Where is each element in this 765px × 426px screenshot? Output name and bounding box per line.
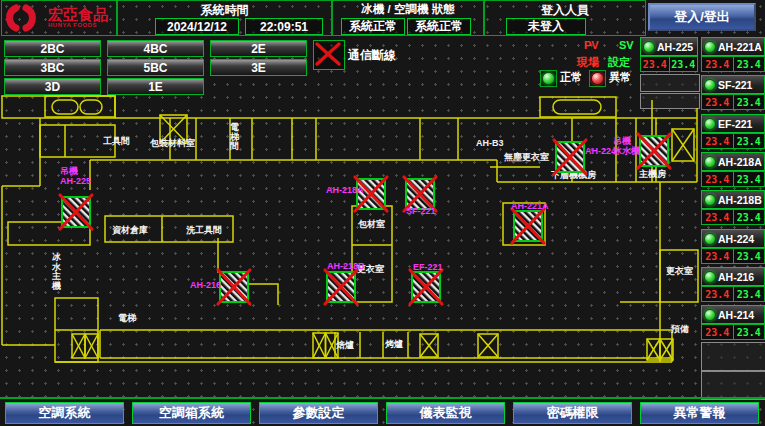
unit-name: AH-216 xyxy=(718,271,754,283)
unit-button-EF-221[interactable]: EF-221 xyxy=(701,114,765,133)
unit-button-SF-221[interactable]: SF-221 xyxy=(701,75,765,94)
sv-name-label: 設定 xyxy=(608,55,630,70)
room-label: 電梯 xyxy=(118,313,137,323)
map-unit-SF-221[interactable]: SF-221 xyxy=(404,177,436,216)
machine-status-label: 冰機 / 空調機 狀態 xyxy=(333,2,483,17)
footer-button-4[interactable]: 儀表監視 xyxy=(386,402,505,424)
sv-value: 23.4 xyxy=(734,287,765,301)
comm-fail-label: 通信斷線 xyxy=(348,47,396,64)
footer-divider xyxy=(0,397,765,399)
elevator-icon xyxy=(672,129,694,161)
unit-name: SF-221 xyxy=(718,79,752,91)
system-time-label: 系統時間 xyxy=(118,2,331,19)
floor-button-3E[interactable]: 3E xyxy=(210,59,307,76)
room-label: 冰水主機 xyxy=(51,252,62,291)
floor-button-2E[interactable]: 2E xyxy=(210,40,307,57)
map-unit-AH-221A[interactable]: AH-221A xyxy=(511,201,549,243)
login-label: 登入人員 xyxy=(485,2,645,19)
map-unit-label: SF-221 xyxy=(406,206,436,216)
room-label: 無塵更衣室 xyxy=(503,152,549,162)
map-unit-AH-224[interactable]: AH-224 xyxy=(554,140,616,174)
room-label: 預備 xyxy=(670,324,689,334)
map-unit-吊機-AH-225[interactable]: 吊機AH-225 xyxy=(60,166,92,229)
room-label: 電梯間 xyxy=(229,122,240,151)
unit-button-AH-221A[interactable]: AH-221A xyxy=(701,37,765,56)
unit-status-led-icon xyxy=(704,156,716,168)
map-unit-label: AH-224 xyxy=(585,146,616,156)
system-date-value: 2024/12/12 xyxy=(155,18,239,35)
map-unit-AH-218A[interactable]: AH-218A xyxy=(326,177,387,211)
floor-button-4BC[interactable]: 4BC xyxy=(107,40,204,57)
legend-normal-label: 正常 xyxy=(560,71,582,83)
unit-button-AH-224[interactable]: AH-224 xyxy=(701,229,765,248)
unit-name: AH-221A xyxy=(718,41,762,53)
pv-value: 23.4 xyxy=(641,57,670,71)
unit-status-led-icon xyxy=(704,194,716,206)
sv-value: 23.4 xyxy=(734,172,765,186)
map-unit-label: AH-218A xyxy=(326,185,364,195)
map-unit-EF-221[interactable]: EF-221 xyxy=(410,262,443,304)
sv-value: 23.4 xyxy=(734,95,765,109)
unit-name: EF-221 xyxy=(718,118,752,130)
comm-fail-box xyxy=(313,40,345,70)
map-unit-label: AH-221A xyxy=(511,201,549,211)
unit-status-led-icon xyxy=(704,271,716,283)
abnormal-led-icon xyxy=(589,70,606,87)
room-labels: 工具間包裝材料室電梯間AH-B3無塵更衣室下層機械房主機房資材倉庫洗工具間包材室… xyxy=(51,122,693,350)
unit-button-AH-225[interactable]: AH-225 xyxy=(640,37,698,56)
footer-button-6[interactable]: 異常警報 xyxy=(640,402,759,424)
unit-values-AH-218A: 23.423.4 xyxy=(701,171,765,187)
unit-button-AH-218B[interactable]: AH-218B xyxy=(701,190,765,209)
sv-value: 23.4 xyxy=(734,325,765,339)
map-unit-AH-216[interactable]: AH-216 xyxy=(190,270,250,304)
chiller-status-value: 系統正常 xyxy=(341,18,405,35)
unit-status-led-icon xyxy=(643,41,655,53)
legend-abnormal: 異常 xyxy=(589,70,631,87)
unit-values-AH-221A: 23.423.4 xyxy=(701,56,765,72)
room-label: 洗工具間 xyxy=(186,225,222,235)
unit-name: AH-218B xyxy=(718,194,762,206)
map-unit-吊機-冰水機[interactable]: 吊機冰水機 xyxy=(613,134,670,168)
elevator-icon xyxy=(478,334,498,357)
footer-button-1[interactable]: 空調系統 xyxy=(5,402,124,424)
footer-button-5[interactable]: 密碼權限 xyxy=(513,402,632,424)
legend-abnormal-label: 異常 xyxy=(609,71,631,83)
ahu-status-value: 系統正常 xyxy=(407,18,471,35)
unit-values-AH-225: 23.423.4 xyxy=(640,56,698,72)
system-clock-value: 22:09:51 xyxy=(245,18,323,35)
login-logout-button[interactable]: 登入/登出 xyxy=(648,3,756,31)
floor-button-5BC[interactable]: 5BC xyxy=(107,59,204,76)
unit-values-AH-224: 23.423.4 xyxy=(701,248,765,264)
floor-button-3BC[interactable]: 3BC xyxy=(4,59,101,76)
sv-value: 23.4 xyxy=(734,249,765,263)
pv-value: 23.4 xyxy=(702,325,734,339)
normal-led-icon xyxy=(540,70,557,87)
room-label: 包裝材料室 xyxy=(149,138,195,148)
unit-values-EF-221: 23.423.4 xyxy=(701,133,765,149)
footer-button-3[interactable]: 參數設定 xyxy=(259,402,378,424)
pv-label: PV xyxy=(584,39,599,51)
sv-value: 23.4 xyxy=(734,210,765,224)
unit-status-led-icon xyxy=(704,309,716,321)
logo-text: 宏亞食品 xyxy=(48,8,108,22)
sv-label: SV xyxy=(619,39,634,51)
room-label: 主機房 xyxy=(638,169,667,179)
floor-plan-map: 工具間包裝材料室電梯間AH-B3無塵更衣室下層機械房主機房資材倉庫洗工具間包材室… xyxy=(0,90,700,400)
floor-button-2BC[interactable]: 2BC xyxy=(4,40,101,57)
unit-button-AH-218A[interactable]: AH-218A xyxy=(701,152,765,171)
empty-cell xyxy=(701,371,765,400)
room-label: 資材倉庫 xyxy=(112,224,148,235)
pv-value: 23.4 xyxy=(702,95,734,109)
legend-normal: 正常 xyxy=(540,70,582,87)
hmi-screen: 宏亞食品 HUNYA FOODS 系統時間 2024/12/12 22:09:5… xyxy=(0,0,765,426)
sv-value: 23.4 xyxy=(734,57,765,71)
unit-button-AH-216[interactable]: AH-216 xyxy=(701,267,765,286)
elevator-icon xyxy=(420,334,438,357)
room-label: 焙爐 xyxy=(335,340,354,350)
map-unit-AH-218B[interactable]: AH-218B xyxy=(325,261,365,304)
footer-button-2[interactable]: 空調箱系統 xyxy=(132,402,251,424)
company-logo: 宏亞食品 HUNYA FOODS xyxy=(1,0,117,36)
room-label: 工具間 xyxy=(103,136,130,146)
unit-button-AH-214[interactable]: AH-214 xyxy=(701,305,765,324)
login-state-value: 未登入 xyxy=(506,18,586,35)
